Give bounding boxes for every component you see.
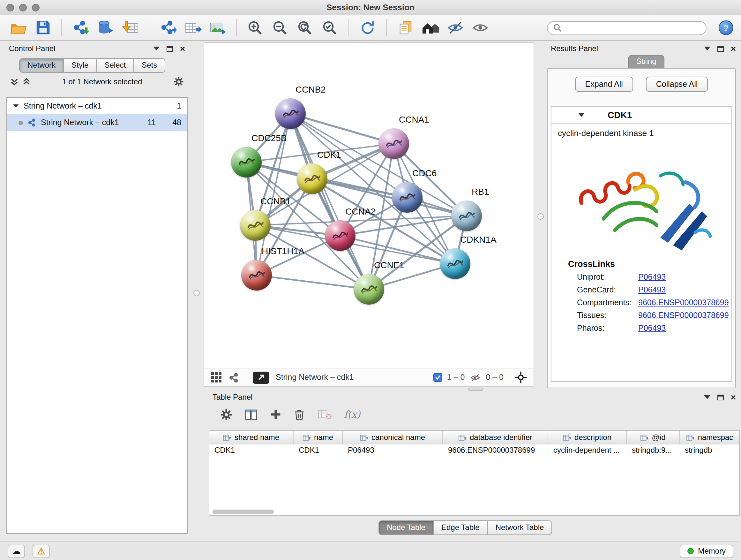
float-panel-icon[interactable] — [166, 46, 173, 51]
crosslink-link-genecard[interactable]: P06493 — [638, 286, 666, 294]
open-session-button[interactable] — [8, 18, 28, 37]
hide-selected-button[interactable] — [445, 18, 465, 37]
expand-all-button[interactable]: Expand All — [575, 77, 633, 92]
crosslink-link-pharos[interactable]: P06493 — [638, 324, 666, 333]
column-header-canonical-name[interactable]: canonical name — [343, 431, 443, 444]
close-panel-icon[interactable]: × — [180, 44, 185, 53]
memory-button[interactable]: Memory — [679, 544, 733, 558]
tab-string[interactable]: String — [628, 55, 665, 68]
edge-HIST1H1A-CCNE1[interactable] — [257, 275, 369, 289]
table-cell[interactable]: stringdb:9... — [627, 444, 680, 458]
collapse-all-icon[interactable] — [10, 77, 18, 86]
column-header-namespac[interactable]: namespac — [680, 431, 740, 444]
minimize-window-button[interactable] — [19, 4, 27, 11]
crosslink-link-compartments[interactable]: 9606.ENSP00000378699 — [638, 298, 729, 307]
collapse-panel-icon[interactable] — [153, 47, 159, 51]
table-cell[interactable]: CDK1 — [293, 444, 343, 458]
network-node-CCNB1[interactable] — [240, 210, 271, 241]
table-cell[interactable]: CDK1 — [209, 444, 293, 458]
tab-network-table[interactable]: Network Table — [488, 520, 552, 535]
close-window-button[interactable] — [6, 4, 14, 11]
add-column-icon[interactable] — [270, 409, 281, 420]
network-node-CDKN1A[interactable] — [440, 248, 470, 279]
hidden-eye-icon[interactable] — [469, 373, 481, 382]
network-node-CCNE1[interactable] — [354, 274, 384, 305]
column-header-name[interactable]: name — [293, 431, 343, 444]
gear-icon[interactable] — [174, 77, 184, 87]
close-panel-icon[interactable]: × — [731, 393, 736, 401]
open-in-window-button[interactable] — [253, 371, 269, 383]
import-network-database-button[interactable] — [95, 18, 116, 37]
float-panel-icon[interactable] — [718, 46, 724, 51]
splitter-handle[interactable] — [193, 290, 200, 296]
network-node-CDC25B[interactable] — [231, 147, 262, 178]
show-columns-icon[interactable] — [245, 408, 258, 421]
zoom-in-button[interactable] — [245, 18, 266, 37]
refresh-button[interactable] — [357, 18, 378, 37]
gear-icon[interactable] — [220, 408, 232, 421]
save-session-button[interactable] — [32, 18, 53, 37]
splitter-handle[interactable] — [468, 388, 483, 391]
splitter-handle[interactable] — [537, 213, 544, 220]
export-table-button[interactable] — [183, 18, 203, 37]
table-cell[interactable]: cyclin-dependent ... — [548, 444, 627, 458]
export-image-button[interactable] — [207, 18, 228, 37]
network-view-icon[interactable] — [228, 372, 239, 383]
network-collection-row[interactable]: String Network – cdk1 1 — [7, 98, 187, 114]
grid-view-icon[interactable] — [211, 372, 222, 383]
table-row[interactable]: CDK1CDK1P064939606.ENSP00000378699cyclin… — [209, 444, 739, 458]
close-panel-icon[interactable]: × — [731, 44, 736, 53]
column-header-id[interactable]: @id — [627, 431, 680, 444]
crosslink-link-tissues[interactable]: 9606.ENSP00000378699 — [638, 311, 729, 320]
column-header-database-identifier[interactable]: database identifier — [443, 431, 548, 444]
cloud-button[interactable]: ☁ — [8, 544, 25, 558]
search-input[interactable] — [565, 23, 700, 32]
tab-sets[interactable]: Sets — [134, 58, 165, 73]
crosslink-link-uniprot[interactable]: P06493 — [638, 273, 666, 282]
network-node-CCNA1[interactable] — [379, 128, 409, 159]
zoom-selected-button[interactable] — [320, 18, 340, 37]
delete-column-icon[interactable] — [293, 408, 305, 421]
network-node-HIST1H1A[interactable] — [241, 260, 272, 291]
zoom-fit-button[interactable] — [295, 18, 315, 37]
collapse-panel-icon[interactable] — [704, 395, 711, 399]
network-node-CCNA2[interactable] — [325, 220, 355, 251]
tab-node-table[interactable]: Node Table — [379, 520, 434, 535]
column-header-description[interactable]: description — [548, 431, 627, 444]
network-node-CDC6[interactable] — [392, 182, 422, 212]
collapse-entry-icon[interactable] — [578, 113, 585, 117]
table-cell[interactable]: 9606.ENSP00000378699 — [443, 444, 548, 458]
edge-CCNB2-CCNE1[interactable] — [290, 114, 369, 289]
import-table-button[interactable] — [120, 18, 140, 37]
edge-CCNB2-CCNA1[interactable] — [290, 114, 394, 144]
tab-network[interactable]: Network — [19, 58, 64, 73]
tab-style[interactable]: Style — [64, 58, 97, 73]
documents-button[interactable] — [395, 18, 415, 37]
float-panel-icon[interactable] — [718, 394, 724, 400]
table-cell[interactable]: P06493 — [343, 444, 443, 458]
tab-edge-table[interactable]: Edge Table — [434, 520, 488, 535]
node-details-header[interactable]: CDK1 — [551, 107, 731, 124]
warnings-button[interactable]: ⚠ — [32, 544, 50, 558]
show-all-button[interactable] — [470, 18, 490, 37]
navigator-crosshair-icon[interactable] — [515, 371, 527, 384]
function-builder-button[interactable]: f(x) — [344, 409, 360, 420]
network-node-CCNB2[interactable] — [275, 98, 306, 129]
column-header-shared-name[interactable]: shared name — [209, 431, 293, 444]
network-canvas[interactable]: CCNB2CCNA1CDC25BCDK1CDC6RB1CCNB1CCNA2CDK… — [204, 43, 534, 368]
network-node-CDK1[interactable] — [297, 164, 327, 194]
horizontal-scrollbar[interactable] — [212, 509, 274, 514]
zoom-window-button[interactable] — [32, 4, 40, 11]
expand-all-icon[interactable] — [22, 77, 30, 86]
collapse-panel-icon[interactable] — [704, 47, 711, 51]
tree-expand-icon[interactable] — [13, 105, 19, 108]
help-button[interactable]: ? — [719, 20, 733, 35]
home-button[interactable] — [420, 18, 441, 37]
network-row[interactable]: String Network – cdk1 11 48 — [7, 114, 187, 131]
import-network-file-button[interactable] — [70, 18, 91, 37]
collapse-all-button[interactable]: Collapse All — [646, 77, 708, 92]
selected-checkbox-icon[interactable] — [434, 373, 443, 382]
zoom-out-button[interactable] — [270, 18, 290, 37]
network-node-RB1[interactable] — [451, 200, 482, 231]
export-network-button[interactable] — [158, 18, 178, 37]
